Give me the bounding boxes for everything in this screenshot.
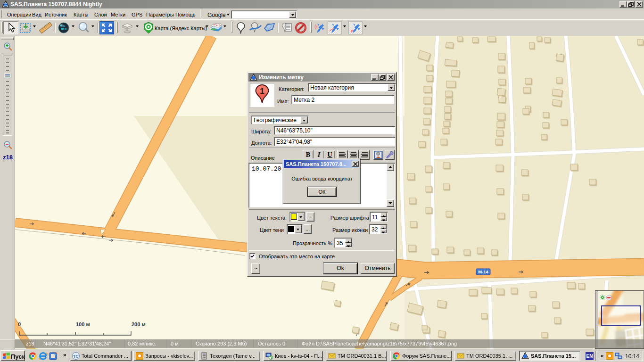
svg-text:200 м: 200 м (132, 321, 146, 327)
svg-text:0: 0 (18, 321, 21, 327)
svg-text:TC: TC (73, 354, 79, 359)
svg-text:1: 1 (260, 87, 264, 96)
svg-text:М-14: М-14 (478, 269, 488, 274)
svg-text:100 м: 100 м (76, 321, 90, 327)
